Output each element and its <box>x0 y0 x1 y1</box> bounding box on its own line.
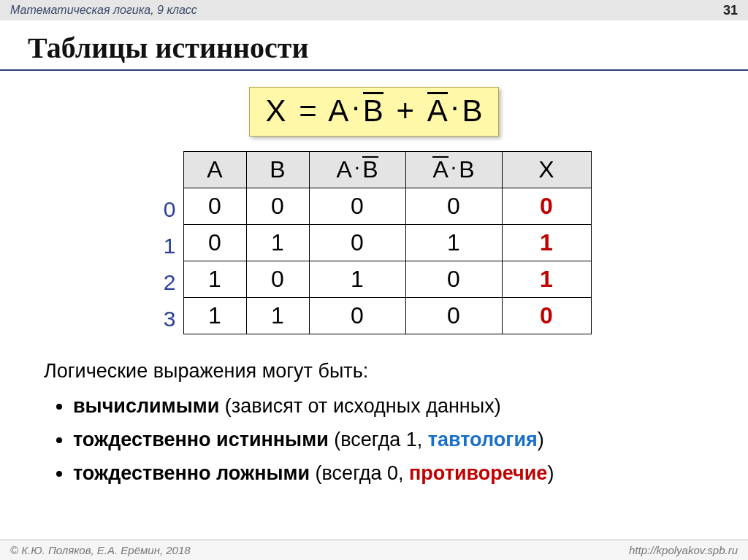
table-row: 1 1 0 0 0 <box>183 298 591 334</box>
cell: 0 <box>309 298 405 334</box>
b3-end: ) <box>547 462 554 484</box>
course-label: Математическая логика, 9 класс <box>10 4 197 17</box>
cell: 0 <box>309 225 405 261</box>
list-item: вычислимыми (зависят от исходных данных) <box>73 391 748 422</box>
dot-icon: · <box>352 154 362 178</box>
top-bar: Математическая логика, 9 класс 31 <box>0 0 748 20</box>
footer-copyright: © К.Ю. Поляков, Е.А. Ерёмин, 2018 <box>10 544 191 556</box>
truth-table: A B A·B A·B X 0 0 0 0 0 0 1 0 1 1 1 0 <box>183 151 592 334</box>
table-row: 0 0 0 0 0 <box>183 188 591 225</box>
th-X: X <box>502 152 591 188</box>
cell: 1 <box>246 298 309 334</box>
footer-bar: © К.Ю. Поляков, Е.А. Ерёмин, 2018 http:/… <box>0 540 748 560</box>
cell: 1 <box>405 225 502 261</box>
cell-result: 1 <box>502 261 591 298</box>
intro-line: Логические выражения могут быть: <box>44 356 748 387</box>
list-item: тождественно истинными (всегда 1, тавтол… <box>73 425 748 456</box>
cell: 0 <box>405 261 502 298</box>
th-AnotB: A·B <box>309 152 405 188</box>
truth-table-area: 0 1 2 3 A B A·B A·B X 0 0 0 0 0 0 1 0 1 <box>0 151 748 337</box>
th-A: A <box>183 152 246 188</box>
cell-result: 0 <box>502 188 591 225</box>
page-number: 31 <box>723 3 738 18</box>
formula-t1a: A <box>328 93 348 128</box>
bullet-list: вычислимыми (зависят от исходных данных)… <box>44 391 748 489</box>
row-index-labels: 0 1 2 3 <box>157 191 176 337</box>
hdr-notA: A <box>432 156 448 181</box>
dot-icon: · <box>448 89 462 123</box>
list-item: тождественно ложными (всегда 0, противор… <box>73 459 748 489</box>
dot-icon: · <box>348 89 363 123</box>
dot-icon: · <box>449 154 459 178</box>
b3-bold: тождественно ложными <box>73 462 310 484</box>
cell: 0 <box>183 225 246 261</box>
cell-result: 1 <box>502 225 591 261</box>
title-rule <box>0 69 748 71</box>
cell: 1 <box>309 261 405 298</box>
b1-bold: вычислимыми <box>73 395 219 417</box>
table-row: 0 1 0 1 1 <box>183 225 591 261</box>
b3-term: противоречие <box>409 462 547 484</box>
hdr-A: A <box>336 156 351 183</box>
th-B: B <box>246 152 309 188</box>
page-title: Таблицы истинности <box>28 31 748 65</box>
th-notAB: A·B <box>405 152 502 188</box>
formula-eq: = <box>294 93 321 128</box>
formula-lhs: X <box>266 93 286 128</box>
cell: 1 <box>246 225 309 261</box>
table-row: 1 0 1 0 1 <box>183 261 591 298</box>
b2-mid: (всегда 1, <box>329 429 428 450</box>
b2-bold: тождественно истинными <box>73 429 329 450</box>
cell: 0 <box>405 188 502 225</box>
b2-term: тавтология <box>428 429 538 450</box>
cell: 0 <box>246 261 309 298</box>
row-label: 1 <box>157 228 176 264</box>
cell-result: 0 <box>502 298 591 334</box>
formula-plus: + <box>392 93 419 128</box>
hdr-B: B <box>459 156 474 183</box>
b1-rest: (зависят от исходных данных) <box>219 395 500 417</box>
cell: 1 <box>183 298 246 334</box>
formula-t1b-bar: B <box>363 92 383 126</box>
formula-t2b: B <box>462 93 482 128</box>
cell: 0 <box>309 188 405 225</box>
b3-mid: (всегда 0, <box>310 462 409 484</box>
cell: 1 <box>183 261 246 298</box>
cell: 0 <box>405 298 502 334</box>
row-label: 0 <box>157 191 176 228</box>
table-header-row: A B A·B A·B X <box>183 152 591 188</box>
row-label: 2 <box>157 264 176 301</box>
formula-box: X = A·B + A·B <box>249 87 500 137</box>
cell: 0 <box>246 188 309 225</box>
footer-url: http://kpolyakov.spb.ru <box>629 544 738 556</box>
hdr-notB: B <box>362 156 378 181</box>
row-label: 3 <box>157 301 176 337</box>
formula-t2a-bar: A <box>427 92 448 126</box>
b2-end: ) <box>538 429 544 450</box>
cell: 0 <box>183 188 246 225</box>
body-text: Логические выражения могут быть: вычисли… <box>44 356 748 488</box>
